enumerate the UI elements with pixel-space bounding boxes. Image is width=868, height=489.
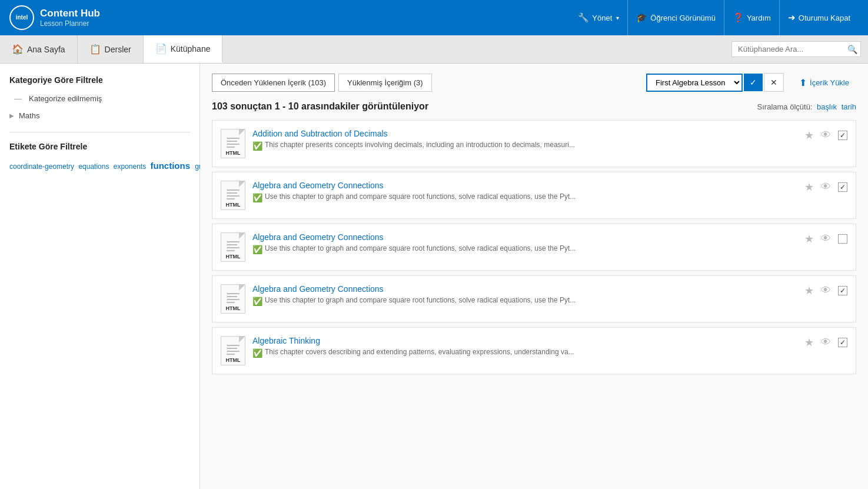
item-body: Algebra and Geometry Connections ✅ Use t… bbox=[252, 232, 793, 254]
item-title[interactable]: Algebraic Thinking bbox=[252, 336, 793, 345]
sort-tarih[interactable]: tarih bbox=[842, 102, 856, 111]
home-icon: 🏠 bbox=[12, 44, 24, 55]
eye-icon[interactable]: 👁 bbox=[821, 285, 831, 297]
nav-ogrenci[interactable]: 🎓 Öğrenci Görünümü bbox=[627, 0, 724, 35]
item-checkbox[interactable] bbox=[838, 286, 847, 295]
item-desc: ✅ Use this chapter to graph and compare … bbox=[252, 192, 793, 202]
brand-text: Content Hub Lesson Planner bbox=[40, 8, 100, 28]
search-area: 🔍 bbox=[731, 41, 868, 57]
star-icon[interactable]: ★ bbox=[804, 232, 814, 245]
item-desc: ✅ This chapter covers describing and ext… bbox=[252, 348, 793, 358]
item-title[interactable]: Addition and Subtraction of Decimals bbox=[252, 129, 793, 138]
check-circle-icon: ✅ bbox=[252, 245, 262, 254]
intel-logo: intel bbox=[9, 5, 34, 30]
star-icon[interactable]: ★ bbox=[804, 284, 814, 297]
item-desc: ✅ This chapter presents concepts involvi… bbox=[252, 141, 793, 151]
tag-coordinate-geometry[interactable]: coordinate-geometry bbox=[9, 162, 76, 171]
second-nav: 🏠 Ana Sayfa 📋 Dersler 📄 Kütüphane 🔍 bbox=[0, 35, 868, 64]
chevron-down-icon: ▾ bbox=[616, 15, 619, 21]
dash-icon: — bbox=[14, 94, 22, 103]
library-icon: 📄 bbox=[155, 43, 167, 54]
category-maths[interactable]: ▶ Maths bbox=[9, 109, 190, 122]
tags-filter-title: Etikete Göre Filtrele bbox=[9, 142, 190, 151]
item-desc: ✅ Use this chapter to graph and compare … bbox=[252, 296, 793, 306]
item-checkbox[interactable] bbox=[838, 338, 847, 347]
content-area: Önceden Yüklenen İçerik (103) Yüklenmiş … bbox=[200, 64, 868, 489]
help-icon: ❓ bbox=[733, 12, 744, 23]
nav-yonet[interactable]: 🔧 Yönet ▾ bbox=[570, 0, 627, 35]
table-row: HTML Algebra and Geometry Connections ✅ … bbox=[212, 275, 856, 322]
tag-exponents[interactable]: exponents bbox=[114, 162, 148, 171]
table-row: HTML Addition and Subtraction of Decimal… bbox=[212, 120, 856, 167]
tab-kutuphane[interactable]: 📄 Kütüphane bbox=[144, 35, 223, 63]
top-nav: intel Content Hub Lesson Planner 🔧 Yönet… bbox=[0, 0, 868, 35]
filter-clear-button[interactable]: ✕ bbox=[764, 73, 784, 92]
logo-area: intel Content Hub Lesson Planner bbox=[9, 5, 100, 30]
check-circle-icon: ✅ bbox=[252, 348, 262, 358]
sidebar-divider bbox=[9, 132, 190, 132]
content-items-list: HTML Addition and Subtraction of Decimal… bbox=[212, 120, 856, 374]
html-icon: HTML bbox=[221, 284, 245, 314]
html-icon: HTML bbox=[221, 336, 245, 365]
tab-anasayfa[interactable]: 🏠 Ana Sayfa bbox=[0, 35, 78, 63]
filter-tab-yuklenmis[interactable]: Yüklenmiş İçeriğim (3) bbox=[338, 74, 432, 92]
item-actions: ★ 👁 bbox=[800, 129, 847, 142]
upload-button[interactable]: ⬆ İçerik Yükle bbox=[792, 74, 856, 92]
item-title[interactable]: Algebra and Geometry Connections bbox=[252, 181, 793, 190]
brand-title: Content Hub bbox=[40, 8, 100, 19]
search-input[interactable] bbox=[731, 41, 861, 57]
eye-icon[interactable]: 👁 bbox=[821, 337, 831, 348]
results-count: 103 sonuçtan 1 - 10 arasındakiler görünt… bbox=[212, 101, 428, 112]
sort-area: Sıralama ölçütü: başlık tarih bbox=[757, 102, 856, 111]
item-actions: ★ 👁 bbox=[800, 336, 847, 349]
html-icon: HTML bbox=[221, 129, 245, 158]
tag-functions[interactable]: functions bbox=[151, 161, 193, 171]
item-body: Algebra and Geometry Connections ✅ Use t… bbox=[252, 284, 793, 306]
table-row: HTML Algebra and Geometry Connections ✅ … bbox=[212, 224, 856, 271]
filter-dropdown-wrap: First Algebra Lesson Second Lesson Third… bbox=[646, 73, 784, 92]
item-title[interactable]: Algebra and Geometry Connections bbox=[252, 284, 793, 294]
check-circle-icon: ✅ bbox=[252, 141, 262, 151]
eye-icon[interactable]: 👁 bbox=[821, 233, 831, 245]
sort-baslik[interactable]: başlık bbox=[817, 102, 837, 111]
eye-icon[interactable]: 👁 bbox=[821, 129, 831, 141]
category-uncategorized[interactable]: — Kategorize edilmemiş bbox=[9, 92, 190, 105]
results-header: 103 sonuçtan 1 - 10 arasındakiler görünt… bbox=[212, 101, 856, 112]
filter-tab-onceden[interactable]: Önceden Yüklenen İçerik (103) bbox=[212, 74, 335, 92]
tab-dersler[interactable]: 📋 Dersler bbox=[78, 35, 144, 63]
nav-yardim[interactable]: ❓ Yardım bbox=[724, 0, 779, 35]
item-actions: ★ 👁 bbox=[800, 284, 847, 297]
check-circle-icon: ✅ bbox=[252, 193, 262, 202]
html-icon: HTML bbox=[221, 181, 245, 210]
filter-confirm-button[interactable]: ✓ bbox=[744, 74, 763, 91]
item-actions: ★ 👁 bbox=[800, 181, 847, 194]
star-icon[interactable]: ★ bbox=[804, 181, 814, 194]
html-icon: HTML bbox=[221, 232, 245, 262]
item-body: Addition and Subtraction of Decimals ✅ T… bbox=[252, 129, 793, 151]
tags-container: coordinate-geometry equations exponents … bbox=[9, 157, 190, 175]
item-title[interactable]: Algebra and Geometry Connections bbox=[252, 232, 793, 242]
lesson-filter-select[interactable]: First Algebra Lesson Second Lesson Third… bbox=[646, 74, 743, 92]
filter-bar: Önceden Yüklenen İçerik (103) Yüklenmiş … bbox=[212, 73, 856, 92]
tag-equations[interactable]: equations bbox=[78, 162, 111, 171]
lessons-icon: 📋 bbox=[89, 44, 101, 55]
table-row: HTML Algebraic Thinking ✅ This chapter c… bbox=[212, 327, 856, 374]
item-actions: ★ 👁 bbox=[800, 232, 847, 245]
item-checkbox[interactable] bbox=[838, 131, 847, 140]
nav-oturum[interactable]: ➜ Oturumu Kapat bbox=[779, 0, 859, 35]
logout-icon: ➜ bbox=[788, 12, 796, 23]
arrow-icon: ▶ bbox=[9, 112, 14, 119]
star-icon[interactable]: ★ bbox=[804, 336, 814, 349]
check-circle-icon: ✅ bbox=[252, 297, 262, 306]
search-button[interactable]: 🔍 bbox=[847, 45, 857, 54]
item-checkbox[interactable] bbox=[838, 234, 847, 244]
main-layout: Kategoriye Göre Filtrele — Kategorize ed… bbox=[0, 64, 868, 489]
item-desc: ✅ Use this chapter to graph and compare … bbox=[252, 244, 793, 254]
category-filter-title: Kategoriye Göre Filtrele bbox=[9, 75, 190, 85]
upload-icon: ⬆ bbox=[799, 77, 807, 88]
item-checkbox[interactable] bbox=[838, 182, 847, 192]
star-icon[interactable]: ★ bbox=[804, 129, 814, 142]
search-wrap: 🔍 bbox=[731, 41, 861, 57]
eye-icon[interactable]: 👁 bbox=[821, 181, 831, 193]
brand-subtitle: Lesson Planner bbox=[40, 19, 100, 28]
